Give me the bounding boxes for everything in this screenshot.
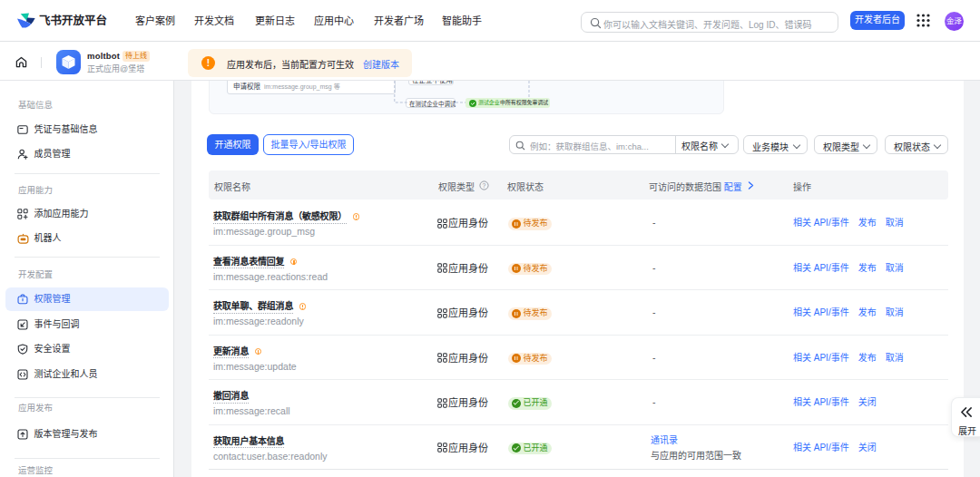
svg-text:?: ?	[483, 181, 486, 188]
